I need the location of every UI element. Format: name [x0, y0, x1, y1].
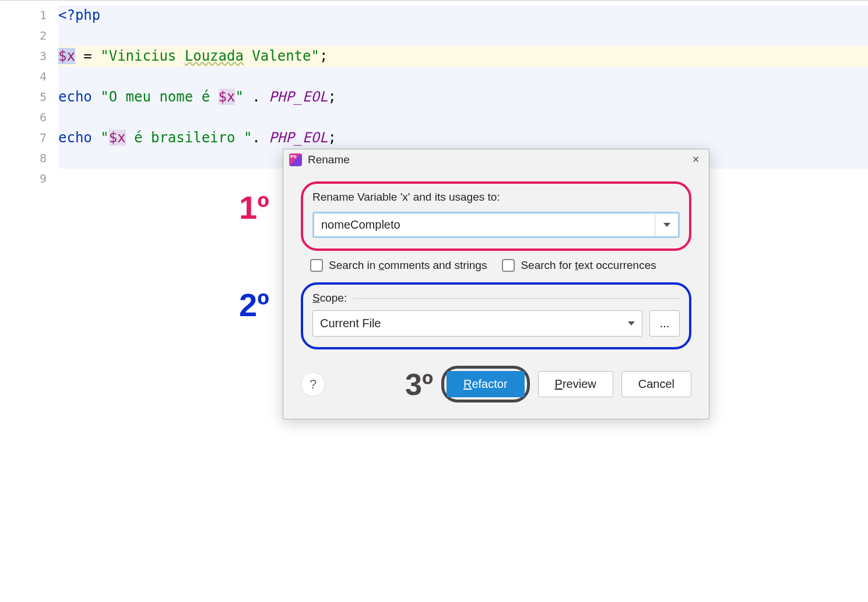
dialog-titlebar[interactable]: Rename ✕ [283, 149, 709, 170]
close-icon[interactable]: ✕ [688, 153, 703, 166]
code-line[interactable]: echo "O meu nome é $x" . PHP_EOL; [58, 87, 868, 107]
annotation-highlight-1: Rename Variable 'x' and its usages to: [301, 181, 691, 251]
help-button[interactable]: ? [301, 372, 325, 397]
code-line[interactable]: <?php [58, 5, 868, 26]
annotation-highlight-3: Refactor [441, 366, 530, 402]
chevron-down-icon [628, 321, 635, 326]
dialog-title: Rename [308, 153, 350, 166]
search-comments-check[interactable]: Search in comments and strings [310, 259, 487, 272]
phpstorm-icon [289, 153, 302, 166]
rename-field-label: Rename Variable 'x' and its usages to: [312, 191, 680, 204]
cancel-button[interactable]: Cancel [621, 371, 691, 397]
rename-dialog: Rename ✕ Rename Variable 'x' and its usa… [283, 149, 709, 419]
checkbox[interactable] [310, 259, 323, 272]
line-number: 1 [0, 5, 58, 26]
checkbox[interactable] [502, 259, 515, 272]
search-text-check[interactable]: Search for text occurrences [502, 259, 656, 272]
annotation-highlight-2: Scope: Current File ... [301, 282, 691, 349]
code-line[interactable]: echo "$x é brasileiro ". PHP_EOL; [58, 128, 868, 148]
code-line[interactable] [58, 107, 868, 128]
line-number: 4 [0, 66, 58, 87]
preview-button[interactable]: Preview [538, 371, 613, 397]
chevron-down-icon [663, 223, 670, 227]
line-number: 2 [0, 26, 58, 46]
line-number: 7 [0, 128, 58, 148]
rename-input[interactable] [314, 214, 655, 236]
code-line[interactable]: $x = "Vinicius Louzada Valente"; [58, 46, 868, 66]
scope-more-button[interactable]: ... [649, 310, 680, 337]
annotation-step-1: 1º [239, 188, 269, 226]
line-number: 9 [0, 169, 58, 189]
gutter: 1 2 3 4 5 6 7 8 9 [0, 1, 58, 602]
scope-select[interactable]: Current File [312, 310, 642, 337]
code-line[interactable] [58, 66, 868, 87]
line-number: 5 [0, 87, 58, 107]
line-number: 8 [0, 148, 58, 169]
rename-dropdown-button[interactable] [655, 214, 678, 236]
code-line[interactable] [58, 26, 868, 46]
annotation-step-3: 3º [405, 367, 433, 402]
line-number: 6 [0, 107, 58, 128]
refactor-button[interactable]: Refactor [447, 371, 525, 397]
rename-input-wrap [312, 212, 680, 238]
annotation-step-2: 2º [239, 286, 269, 324]
scope-label: Scope: [312, 292, 680, 304]
line-number: 3 [0, 46, 58, 66]
